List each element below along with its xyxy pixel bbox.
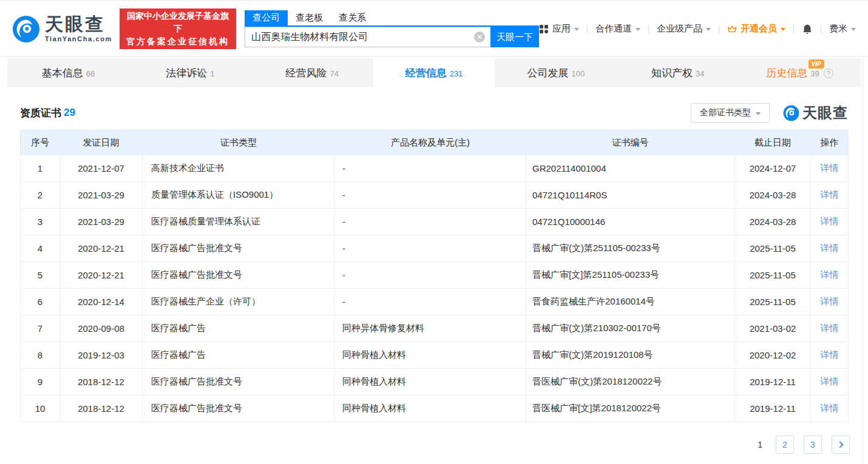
menu-enterprise-products[interactable]: 企业级产品 bbox=[657, 23, 711, 35]
detail-link[interactable]: 详情 bbox=[821, 269, 839, 280]
column-header-index: 序号 bbox=[21, 130, 60, 155]
pagination-page-2[interactable]: 2 bbox=[776, 435, 794, 454]
menu-open-vip[interactable]: 开通会员 bbox=[727, 23, 785, 35]
table-row: 42020-12-21医疗器械广告批准文号-晋械广审(文)第251105-002… bbox=[21, 235, 849, 262]
help-icon[interactable]: ? bbox=[824, 69, 833, 78]
clear-search-icon[interactable]: ✕ bbox=[474, 32, 485, 42]
cell-expiry-date: 2025-11-05 bbox=[735, 262, 811, 289]
cell-index: 10 bbox=[21, 395, 60, 422]
menu-vip-label: 开通会员 bbox=[741, 23, 777, 35]
cell-product-name: - bbox=[335, 235, 526, 262]
watermark-brand-text: 天眼查 bbox=[802, 103, 848, 123]
column-header-issue-date: 发证日期 bbox=[60, 130, 143, 155]
cell-cert-number: 晋械广审(文)第251105-00233号 bbox=[526, 235, 735, 262]
search-tab-relation[interactable]: 查关系 bbox=[331, 10, 374, 25]
cell-cert-type: 医疗器械广告 bbox=[143, 315, 335, 342]
cell-cert-type: 医疗器械广告 bbox=[143, 342, 335, 369]
chevron-down-icon bbox=[781, 28, 785, 31]
menu-divider bbox=[821, 25, 821, 33]
certificates-count: 29 bbox=[64, 107, 75, 119]
cell-index: 8 bbox=[21, 342, 60, 369]
detail-link[interactable]: 详情 bbox=[821, 323, 839, 333]
table-row: 92018-12-12医疗器械广告批准文号同种骨植入材料晋医械广审(文)第201… bbox=[21, 369, 849, 395]
tab-intellectual-property[interactable]: 知识产权 34 bbox=[617, 58, 739, 87]
cell-cert-number: 晋械广审(文)第210302-00170号 bbox=[526, 315, 735, 342]
cell-expiry-date: 2024-12-07 bbox=[735, 155, 811, 182]
tab-basic-info[interactable]: 基本信息 66 bbox=[7, 58, 129, 87]
crown-icon bbox=[727, 24, 737, 34]
cell-index: 9 bbox=[21, 369, 60, 395]
tianyancha-logo[interactable]: 天眼查 TianYanCha.com bbox=[12, 15, 112, 43]
page-scroll-edge bbox=[863, 0, 863, 464]
detail-link[interactable]: 详情 bbox=[821, 349, 839, 360]
menu-user[interactable]: 费米 bbox=[829, 23, 856, 35]
table-row: 72020-09-08医疗器械广告同种异体骨修复材料晋械广审(文)第210302… bbox=[21, 315, 849, 342]
cell-cert-number: 晋械广审(文)第2019120108号 bbox=[526, 342, 735, 369]
page-title: 资质证书 bbox=[20, 106, 61, 120]
pagination-next-button[interactable] bbox=[832, 435, 850, 454]
tab-business-info[interactable]: 经营信息 231 bbox=[373, 58, 495, 87]
cell-action: 详情 bbox=[811, 235, 849, 262]
cell-cert-type: 医疗器械质量管理体系认证 bbox=[143, 209, 335, 235]
cell-issue-date: 2020-12-21 bbox=[60, 235, 143, 262]
table-row: 52020-12-21医疗器械广告批准文号-晋械广审[文]第251105-002… bbox=[21, 262, 849, 289]
menu-apps-label: 应用 bbox=[552, 23, 571, 35]
column-header-expiry-date: 截止日期 bbox=[735, 130, 811, 155]
detail-link[interactable]: 详情 bbox=[821, 189, 839, 200]
cell-expiry-date: 2024-03-28 bbox=[735, 182, 811, 209]
detail-link[interactable]: 详情 bbox=[821, 163, 839, 173]
cell-cert-number: 晋医械广审[文]第2018120022号 bbox=[526, 395, 735, 422]
chevron-down-icon bbox=[706, 28, 711, 31]
cell-cert-type: 高新技术企业证书 bbox=[143, 155, 335, 182]
certificates-table: 序号发证日期证书类型产品名称及单元(主)证书编号截止日期操作 12021-12-… bbox=[20, 130, 849, 422]
pagination: 1 2 3 bbox=[20, 435, 850, 454]
pagination-page-3[interactable]: 3 bbox=[804, 435, 822, 454]
tab-business-risk[interactable]: 经营风险 74 bbox=[251, 58, 373, 87]
search-tab-company[interactable]: 查公司 bbox=[245, 10, 288, 25]
certificate-type-filter[interactable]: 全部证书类型 bbox=[691, 103, 770, 123]
search-button[interactable]: 天眼一下 bbox=[490, 27, 539, 47]
cell-issue-date: 2021-03-29 bbox=[60, 182, 143, 209]
tab-history-info[interactable]: VIP 历史信息 39 ? bbox=[739, 58, 861, 87]
notification-bell-icon[interactable] bbox=[802, 24, 813, 35]
cell-index: 3 bbox=[21, 209, 60, 235]
detail-link[interactable]: 详情 bbox=[821, 376, 839, 386]
detail-link[interactable]: 详情 bbox=[821, 403, 839, 413]
chevron-down-icon bbox=[636, 28, 640, 31]
cell-product-name: 同种骨植入材料 bbox=[335, 342, 526, 369]
menu-partner-label: 合作通道 bbox=[595, 23, 632, 35]
filter-label: 全部证书类型 bbox=[700, 107, 751, 118]
tab-legal-litigation[interactable]: 法律诉讼 1 bbox=[129, 58, 251, 87]
cell-cert-type: 医疗器械广告批准文号 bbox=[143, 369, 335, 395]
detail-link[interactable]: 详情 bbox=[821, 296, 839, 306]
table-row: 82019-12-03医疗器械广告同种骨植入材料晋械广审(文)第20191201… bbox=[21, 342, 849, 369]
top-menu: 应用 合作通道 企业级产品 开通会员 费米 bbox=[539, 23, 856, 35]
cell-issue-date: 2020-09-08 bbox=[60, 315, 143, 342]
eye-logo-icon bbox=[783, 105, 799, 121]
cell-index: 6 bbox=[21, 289, 60, 315]
column-header-cert-type: 证书类型 bbox=[143, 130, 335, 155]
cell-cert-number: 晋械广审[文]第251105-00233号 bbox=[526, 262, 735, 289]
search-input[interactable] bbox=[245, 27, 490, 47]
cell-issue-date: 2018-12-12 bbox=[60, 395, 143, 422]
menu-apps[interactable]: 应用 bbox=[539, 23, 579, 35]
chevron-down-icon bbox=[756, 112, 761, 115]
cell-issue-date: 2020-12-21 bbox=[60, 262, 143, 289]
cell-cert-number: 04721Q10114R0S bbox=[526, 182, 735, 209]
cell-issue-date: 2020-12-14 bbox=[60, 289, 143, 315]
cell-index: 4 bbox=[21, 235, 60, 262]
cell-action: 详情 bbox=[811, 395, 849, 422]
detail-link[interactable]: 详情 bbox=[821, 216, 839, 226]
tab-company-development[interactable]: 公司发展 100 bbox=[495, 58, 617, 87]
cell-cert-type: 质量管理体系认证（ISO9001） bbox=[143, 182, 335, 209]
detail-link[interactable]: 详情 bbox=[821, 243, 839, 253]
cell-cert-number: 04721Q10000146 bbox=[526, 209, 735, 235]
cell-expiry-date: 2025-11-05 bbox=[735, 235, 811, 262]
cell-expiry-date: 2025-11-05 bbox=[735, 289, 811, 315]
cell-index: 2 bbox=[21, 182, 60, 209]
search-tab-boss[interactable]: 查老板 bbox=[288, 10, 331, 25]
cell-product-name: 同种骨植入材料 bbox=[335, 395, 526, 422]
menu-partner-channel[interactable]: 合作通道 bbox=[595, 23, 640, 35]
vip-badge: VIP bbox=[809, 59, 824, 69]
menu-enterprise-label: 企业级产品 bbox=[657, 23, 702, 35]
